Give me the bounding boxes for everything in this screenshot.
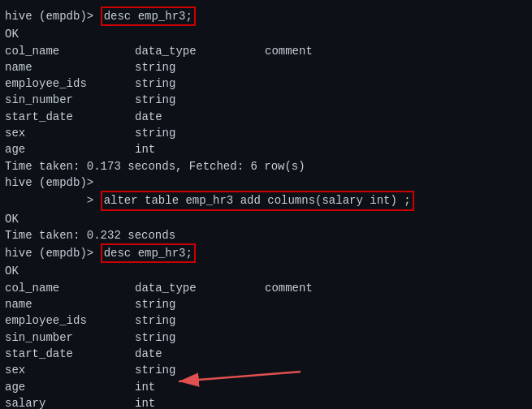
col-header-name-1: col_name [5, 43, 135, 59]
row-age-1: ageint [5, 141, 527, 157]
line-ok-3: OK [5, 263, 527, 279]
row-sin-number-1: sin_numberstring [5, 92, 527, 108]
prompt-blank-1: hive (empdb)> [5, 174, 527, 191]
line-header-1: col_namedata_typecomment [5, 43, 527, 59]
row-start-date-1: start_datedate [5, 109, 527, 125]
time-taken-2: Time taken: 0.232 seconds [5, 227, 527, 243]
row-sex-2: sexstring [5, 362, 527, 378]
row-salary-2: salaryint [5, 395, 527, 409]
cmd-desc-1: desc emp_hr3; [101, 6, 196, 26]
row-sin-number-2: sin_numberstring [5, 329, 527, 346]
time-taken-1: Time taken: 0.173 seconds, Fetched: 6 ro… [5, 158, 527, 174]
line-ok-1: OK [5, 26, 527, 42]
row-name-2: namestring [5, 296, 527, 312]
ok-text-1: OK [5, 26, 19, 42]
line-2: hive (empdb)> desc emp_hr3; [5, 243, 527, 263]
col-header-comment-1: comment [265, 43, 313, 59]
col-header-type-1: data_type [135, 43, 265, 59]
row-name-1: namestring [5, 59, 527, 75]
row-start-date-2: start_datedate [5, 346, 527, 362]
terminal: hive (empdb)> desc emp_hr3; OK col_named… [0, 0, 532, 409]
line-1: hive (empdb)> desc emp_hr3; [5, 6, 527, 26]
cmd-desc-2: desc emp_hr3; [101, 243, 196, 263]
line-header-2: col_namedata_typecomment [5, 280, 527, 296]
row-age-2: ageint [5, 379, 527, 395]
row-employee-ids-1: employee_idsstring [5, 75, 527, 92]
prompt-2: hive (empdb)> [5, 245, 101, 261]
row-employee-ids-2: employee_idsstring [5, 312, 527, 329]
prompt-1: hive (empdb)> [5, 8, 101, 24]
line-ok-2: OK [5, 211, 527, 227]
cmd-alter: alter table emp_hr3 add columns(salary i… [101, 191, 414, 210]
line-alter: > alter table emp_hr3 add columns(salary… [5, 191, 527, 210]
indent-prompt: > [5, 192, 101, 209]
row-sex-1: sexstring [5, 125, 527, 141]
